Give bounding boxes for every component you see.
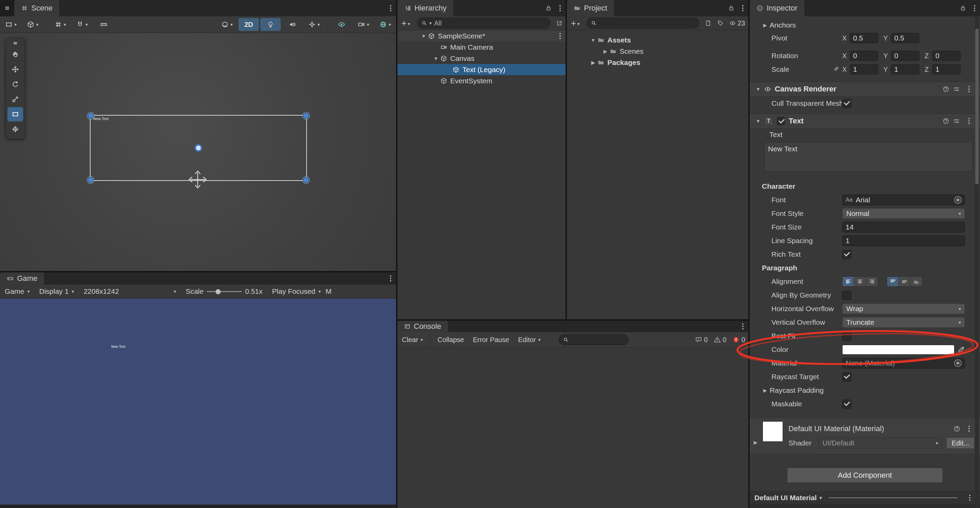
- rich-text-checkbox[interactable]: [842, 250, 851, 259]
- grid-snapping-button[interactable]: ▾: [72, 18, 92, 31]
- rect-handle-bottom-right[interactable]: [303, 177, 309, 183]
- tab-console[interactable]: Console: [398, 321, 448, 332]
- scene-options-kebab[interactable]: [555, 30, 566, 41]
- rotate-tool[interactable]: [8, 77, 23, 92]
- text-component-header[interactable]: ▼ T Text: [749, 114, 980, 129]
- align-top-button[interactable]: [887, 276, 899, 287]
- error-count-toggle[interactable]: 0: [730, 336, 748, 344]
- console-menu-kebab[interactable]: [737, 321, 748, 332]
- anchors-foldout[interactable]: ▶ Anchors: [749, 19, 980, 31]
- hierarchy-item-main-camera[interactable]: Main Camera: [398, 41, 566, 53]
- foldout-open-icon[interactable]: ▼: [756, 118, 760, 124]
- help-icon[interactable]: [943, 117, 950, 124]
- project-item-scenes[interactable]: ▶ Scenes: [567, 46, 748, 57]
- raycast-target-checkbox[interactable]: [842, 372, 851, 381]
- scale-slider-thumb[interactable]: [215, 289, 221, 294]
- canvas-renderer-header[interactable]: ▼ Canvas Renderer: [749, 82, 980, 97]
- search-by-type-button[interactable]: [702, 16, 714, 30]
- scene-panel-menu-kebab[interactable]: [385, 0, 396, 16]
- material-preview-foldout[interactable]: ▶: [754, 440, 757, 445]
- snap-increment-button[interactable]: [94, 18, 114, 31]
- editor-dropdown[interactable]: Editor▾: [514, 332, 545, 347]
- scale-slider[interactable]: [207, 291, 242, 292]
- font-object-field[interactable]: Aa Arial: [842, 195, 965, 205]
- help-icon[interactable]: [943, 86, 950, 92]
- component-menu-kebab[interactable]: [964, 114, 975, 128]
- add-component-button[interactable]: Add Component: [787, 468, 943, 483]
- hierarchy-lock-button[interactable]: [542, 0, 555, 16]
- component-menu-kebab[interactable]: [964, 82, 975, 96]
- warning-count-toggle[interactable]: 0: [711, 336, 730, 344]
- tab-inspector[interactable]: Inspector: [749, 0, 804, 16]
- align-right-button[interactable]: [866, 276, 878, 287]
- overlay-drag-handle[interactable]: [6, 40, 25, 47]
- text-value-input[interactable]: New Text: [764, 142, 972, 171]
- shader-edit-button[interactable]: Edit...: [946, 437, 975, 449]
- search-by-label-button[interactable]: [714, 16, 727, 30]
- hierarchy-item-text-legacy[interactable]: Text (Legacy): [398, 64, 566, 75]
- grid-visibility-button[interactable]: ▾: [50, 18, 70, 31]
- material-menu-kebab[interactable]: [964, 421, 975, 436]
- transform-tool[interactable]: [8, 122, 23, 137]
- hierarchy-search-input[interactable]: ▾ All: [417, 18, 550, 29]
- hierarchy-menu-kebab[interactable]: [555, 0, 566, 16]
- clear-button[interactable]: Clear▾: [398, 332, 427, 347]
- hierarchy-item-eventsystem[interactable]: EventSystem: [398, 75, 566, 86]
- rect-tool[interactable]: [8, 107, 23, 121]
- align-bottom-button[interactable]: [911, 276, 923, 287]
- project-item-packages[interactable]: ▶ Packages: [567, 57, 748, 68]
- info-count-toggle[interactable]: 0: [692, 336, 711, 344]
- scene-viewport[interactable]: New Text: [0, 33, 396, 271]
- console-search-input[interactable]: [559, 334, 628, 345]
- error-pause-button[interactable]: Error Pause: [469, 332, 514, 347]
- mute-audio-button-truncated[interactable]: M: [326, 284, 332, 298]
- font-size-field[interactable]: 14: [842, 222, 965, 233]
- object-picker-icon[interactable]: [954, 196, 962, 204]
- foldout-closed-icon[interactable]: ▶: [601, 49, 610, 54]
- tab-game[interactable]: Game: [0, 272, 44, 284]
- foldout-closed-icon[interactable]: ▶: [589, 60, 598, 65]
- help-icon[interactable]: [953, 425, 960, 432]
- view-hand-tool[interactable]: [8, 47, 23, 62]
- tool-pivot-orientation-button[interactable]: ▾: [22, 18, 43, 31]
- project-menu-kebab[interactable]: [737, 0, 748, 16]
- foldout-open-icon[interactable]: ▼: [419, 33, 428, 39]
- vertical-overflow-dropdown[interactable]: Truncate▾: [842, 317, 965, 328]
- inspector-menu-kebab[interactable]: [969, 0, 980, 16]
- create-object-button[interactable]: +▾: [398, 16, 414, 30]
- display-dropdown[interactable]: Display 1▾: [34, 284, 79, 298]
- scale-z-field[interactable]: 1: [932, 64, 961, 75]
- foldout-open-icon[interactable]: ▼: [431, 56, 440, 61]
- horizontal-overflow-dropdown[interactable]: Wrap▾: [842, 303, 965, 314]
- tab-project[interactable]: Project: [567, 0, 614, 16]
- rotation-z-field[interactable]: 0: [932, 51, 961, 61]
- project-lock-button[interactable]: [725, 0, 737, 16]
- gizmos-dropdown[interactable]: ▾: [375, 18, 395, 31]
- tool-handle-position-button[interactable]: ▾: [1, 18, 21, 31]
- scene-effects-dropdown[interactable]: ▾: [304, 18, 324, 31]
- foldout-open-icon[interactable]: ▼: [589, 37, 598, 43]
- tab-hierarchy[interactable]: Hierarchy: [398, 0, 453, 16]
- eyedropper-icon[interactable]: [958, 346, 965, 353]
- rotation-x-field[interactable]: 0: [850, 51, 878, 61]
- inspector-scrollbar[interactable]: [975, 16, 979, 508]
- game-view-dropdown[interactable]: Game▾: [0, 284, 34, 298]
- move-tool[interactable]: [8, 62, 23, 76]
- hierarchy-item-samplescene[interactable]: ▼ SampleScene*: [398, 30, 566, 41]
- 2d-view-toggle[interactable]: 2D: [239, 18, 259, 31]
- camera-settings-dropdown[interactable]: ▾: [353, 18, 374, 31]
- rect-handle-top-right[interactable]: [303, 113, 309, 119]
- link-constrain-icon[interactable]: [833, 66, 840, 72]
- raycast-padding-row[interactable]: ▶ Raycast Padding: [749, 384, 980, 397]
- draw-mode-button[interactable]: ▾: [217, 18, 237, 31]
- inspector-lock-button[interactable]: [957, 0, 969, 16]
- game-panel-menu-kebab[interactable]: [385, 272, 396, 284]
- scale-y-field[interactable]: 1: [891, 64, 920, 75]
- rect-handle-bottom-left[interactable]: [88, 177, 94, 183]
- font-style-dropdown[interactable]: Normal▾: [842, 208, 965, 219]
- color-swatch-field[interactable]: [842, 345, 955, 355]
- best-fit-checkbox[interactable]: [842, 332, 851, 341]
- window-grid-icon[interactable]: [0, 0, 14, 16]
- hierarchy-picker-button[interactable]: [553, 16, 566, 30]
- cull-transparent-mesh-checkbox[interactable]: [842, 99, 851, 108]
